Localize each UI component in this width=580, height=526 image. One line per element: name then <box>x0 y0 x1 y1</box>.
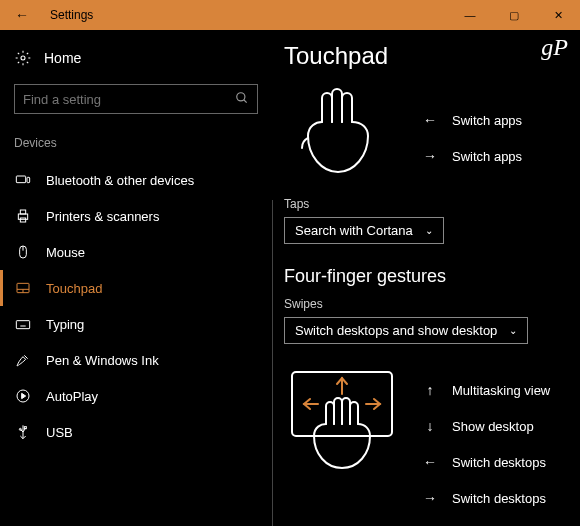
gear-icon <box>14 50 32 66</box>
main-panel: Touchpad ← Switch apps → Switch apps Tap… <box>272 30 580 526</box>
minimize-icon: — <box>465 9 476 21</box>
gesture-left-label: Switch desktops <box>452 455 546 470</box>
svg-rect-3 <box>16 176 25 183</box>
arrow-left-icon: ← <box>422 112 438 128</box>
gesture-right-label: Switch desktops <box>452 491 546 506</box>
taps-label: Taps <box>284 197 580 211</box>
sidebar-item-printers[interactable]: Printers & scanners <box>0 198 272 234</box>
gesture-up-label: Multitasking view <box>452 383 550 398</box>
maximize-button[interactable]: ▢ <box>492 0 536 30</box>
svg-rect-13 <box>16 321 29 329</box>
svg-rect-4 <box>27 177 30 182</box>
sidebar-item-label: Bluetooth & other devices <box>46 173 194 188</box>
arrow-left-icon: ← <box>15 7 29 23</box>
swipe-left-row: ← Switch apps <box>422 112 522 128</box>
svg-point-1 <box>237 92 245 100</box>
search-field[interactable] <box>23 92 235 107</box>
swipe-left-label: Switch apps <box>452 113 522 128</box>
page-title: Touchpad <box>284 42 580 70</box>
sidebar-item-label: Pen & Windows Ink <box>46 353 159 368</box>
taps-dropdown-value: Search with Cortana <box>295 223 413 238</box>
keyboard-icon <box>14 316 32 332</box>
minimize-button[interactable]: — <box>448 0 492 30</box>
devices-icon <box>14 172 32 188</box>
home-button[interactable]: Home <box>0 44 272 78</box>
three-finger-hand-icon <box>294 82 384 182</box>
sidebar-item-label: AutoPlay <box>46 389 98 404</box>
arrow-down-icon: ↓ <box>422 418 438 434</box>
sidebar-item-mouse[interactable]: Mouse <box>0 234 272 270</box>
gesture-left-row: ← Switch desktops <box>422 454 546 470</box>
window-title: Settings <box>44 8 93 22</box>
back-button[interactable]: ← <box>0 0 44 30</box>
svg-point-0 <box>21 56 25 60</box>
touchpad-icon <box>14 280 32 296</box>
sidebar-item-usb[interactable]: USB <box>0 414 272 450</box>
window-controls: — ▢ ✕ <box>448 0 580 30</box>
swipe-right-label: Switch apps <box>452 149 522 164</box>
swipes-dropdown-value: Switch desktops and show desktop <box>295 323 497 338</box>
arrow-right-icon: → <box>422 490 438 506</box>
maximize-icon: ▢ <box>509 9 519 22</box>
sidebar-item-bluetooth[interactable]: Bluetooth & other devices <box>0 162 272 198</box>
sidebar-item-pen[interactable]: Pen & Windows Ink <box>0 342 272 378</box>
sidebar: Home Devices Bluetooth & other devices P… <box>0 30 272 526</box>
sidebar-item-label: Typing <box>46 317 84 332</box>
sidebar-item-label: Printers & scanners <box>46 209 159 224</box>
sidebar-item-label: Mouse <box>46 245 85 260</box>
titlebar: ← Settings — ▢ ✕ <box>0 0 580 30</box>
gesture-down-label: Show desktop <box>452 419 534 434</box>
home-label: Home <box>44 50 81 66</box>
four-finger-heading: Four-finger gestures <box>284 266 580 287</box>
sidebar-item-label: Touchpad <box>46 281 102 296</box>
section-header: Devices <box>0 130 272 156</box>
pen-icon <box>14 352 32 368</box>
arrow-right-icon: → <box>422 148 438 164</box>
autoplay-icon <box>14 388 32 404</box>
sidebar-item-typing[interactable]: Typing <box>0 306 272 342</box>
svg-rect-7 <box>20 218 25 222</box>
sidebar-item-label: USB <box>46 425 73 440</box>
chevron-down-icon: ⌄ <box>509 325 517 336</box>
gesture-down-row: ↓ Show desktop <box>422 418 534 434</box>
arrow-up-icon: ↑ <box>422 382 438 398</box>
divider <box>272 200 273 526</box>
close-icon: ✕ <box>554 9 563 22</box>
swipes-dropdown[interactable]: Switch desktops and show desktop ⌄ <box>284 317 528 344</box>
svg-rect-5 <box>18 214 27 219</box>
taps-dropdown[interactable]: Search with Cortana ⌄ <box>284 217 444 244</box>
close-button[interactable]: ✕ <box>536 0 580 30</box>
sidebar-item-touchpad[interactable]: Touchpad <box>0 270 272 306</box>
swipes-label: Swipes <box>284 297 580 311</box>
svg-marker-20 <box>22 393 26 398</box>
mouse-icon <box>14 244 32 260</box>
swipe-right-row: → Switch apps <box>422 148 522 164</box>
arrow-left-icon: ← <box>422 454 438 470</box>
usb-icon <box>14 424 32 440</box>
svg-rect-22 <box>24 427 26 429</box>
svg-rect-6 <box>20 210 25 214</box>
sidebar-item-autoplay[interactable]: AutoPlay <box>0 378 272 414</box>
gesture-up-row: ↑ Multitasking view <box>422 382 550 398</box>
chevron-down-icon: ⌄ <box>425 225 433 236</box>
printer-icon <box>14 208 32 224</box>
four-finger-touchpad-icon <box>284 358 414 488</box>
watermark: gP <box>541 34 568 61</box>
gesture-right-row: → Switch desktops <box>422 490 546 506</box>
search-input[interactable] <box>14 84 258 114</box>
svg-line-2 <box>244 99 247 102</box>
search-icon <box>235 91 249 108</box>
